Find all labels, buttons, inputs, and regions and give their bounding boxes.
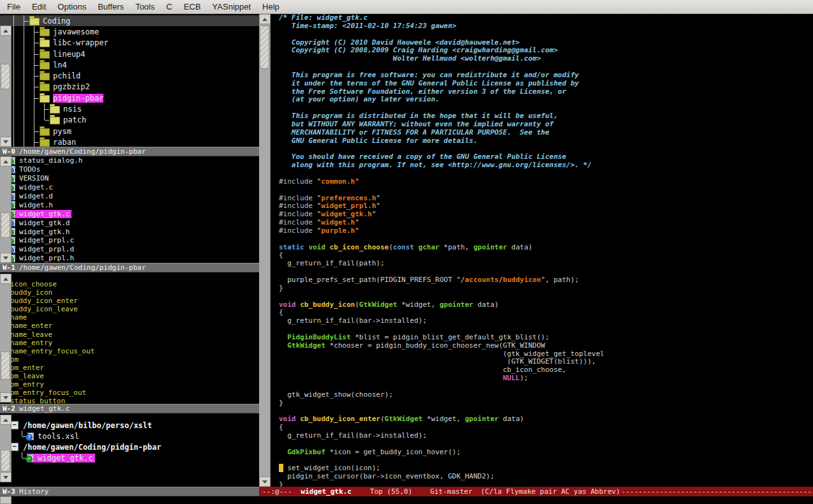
tree-row[interactable]: lineup4 [0, 48, 259, 59]
scrollbar-up-arrow-icon[interactable] [0, 415, 11, 425]
code-token [313, 218, 317, 226]
directories-scrollbar[interactable] [0, 26, 11, 147]
history-item[interactable]: −/home/gawen/Coding/pidgin-pbar [0, 441, 259, 452]
scrollbar-down-arrow-icon[interactable] [0, 137, 11, 147]
code-line: pidgin_set_cursor(bar->icon_eventbox, GD… [279, 473, 813, 481]
menu-item-tools[interactable]: Tools [130, 0, 160, 13]
tree-row[interactable]: pysm [0, 126, 259, 137]
menu-item-edit[interactable]: Edit [26, 0, 52, 13]
function-list: icon_choosebuddy_iconbuddy_icon_enterbud… [0, 272, 259, 404]
function-item[interactable]: buddy_icon_enter [0, 297, 259, 305]
function-item[interactable]: pm_entry_focus_out [0, 389, 259, 397]
menu-item-c[interactable]: C [160, 0, 177, 13]
tree-row[interactable]: pgzbzip2 [0, 82, 259, 93]
history-item[interactable]: widget_gtk.c [0, 452, 259, 463]
history-scrollbar[interactable] [0, 415, 11, 482]
code-line: along with this program. If not, see <ht… [279, 161, 813, 170]
file-item[interactable]: widget.h [0, 200, 259, 209]
tree-guide [19, 126, 29, 137]
file-item[interactable]: widget_prpl.h [0, 254, 259, 263]
scrollbar-up-arrow-icon[interactable] [0, 274, 11, 284]
scrollbar-thumb[interactable] [1, 64, 10, 89]
file-item[interactable]: status_dialog.h [0, 156, 259, 165]
code-line: } [279, 399, 813, 408]
tree-row[interactable]: pchild [0, 70, 259, 81]
menu-item-buffers[interactable]: Buffers [92, 0, 130, 13]
folder-icon [50, 117, 60, 124]
file-item[interactable]: TODOs [0, 165, 259, 174]
scrollbar-up-arrow-icon[interactable] [259, 14, 271, 24]
tree-row[interactable]: pidgin-pbar [0, 93, 259, 103]
file-item[interactable]: VERSION [0, 174, 259, 183]
scrollbar-down-arrow-icon[interactable] [0, 472, 11, 482]
history-buffer-name: widget_gtk.c [19, 404, 70, 413]
scrollbar-down-arrow-icon[interactable] [0, 253, 11, 263]
function-item[interactable]: pm_leave [0, 372, 259, 380]
menu-item-help[interactable]: Help [257, 0, 285, 13]
tree-row[interactable]: Coding [0, 15, 259, 26]
scrollbar-down-arrow-icon[interactable] [259, 477, 271, 487]
function-item[interactable]: status_button [0, 397, 259, 404]
window-id: W-1 [3, 263, 15, 272]
function-item[interactable]: name_leave [0, 330, 259, 339]
function-item[interactable]: name_entry_focus_out [0, 347, 259, 355]
function-item[interactable]: name [0, 313, 259, 322]
code-token: gtk_widget_show(chooser); [279, 390, 393, 399]
scrollbar-down-arrow-icon[interactable] [0, 392, 11, 403]
file-item[interactable]: widget.d [0, 192, 259, 201]
function-item[interactable]: pm [0, 355, 259, 364]
file-item[interactable]: widget_prpl.d [0, 245, 259, 254]
scrollbar-thumb[interactable] [1, 450, 10, 471]
modeline-buffer-name: widget_gtk.c [301, 487, 351, 496]
code-token: MERCHANTABILITY or FITNESS FOR A PARTICU… [279, 128, 549, 137]
menu-item-ecb[interactable]: ECB [178, 0, 207, 13]
code-token: , path); [545, 276, 579, 284]
function-item[interactable]: name_enter [0, 322, 259, 330]
methods-scrollbar[interactable] [0, 274, 11, 403]
code-line: static void cb_icon_choose(const gchar *… [279, 244, 813, 252]
code-token: purple.h [321, 226, 355, 235]
code-line: NULL); [279, 374, 813, 383]
code-token: } [279, 480, 283, 487]
tree-guide [19, 48, 29, 59]
code-area[interactable]: /* File: widget_gtk.c Time-stamp: <2011-… [271, 14, 813, 487]
function-item[interactable]: buddy_icon_leave [0, 305, 259, 313]
tree-row-label: lineup4 [53, 50, 86, 59]
editor-scrollbar[interactable] [259, 14, 271, 487]
file-label: widget.d [19, 192, 53, 200]
tree-row[interactable]: libc-wrapper [0, 38, 259, 48]
code-token: g_return_if_fail(bar->installed); [279, 431, 427, 440]
code-token: gpointer [465, 415, 498, 423]
file-item[interactable]: widget.c [0, 183, 259, 192]
code-token: You should have received a copy of the G… [279, 152, 566, 161]
file-item[interactable]: widget_gtk.c [0, 209, 259, 218]
file-item[interactable]: widget_gtk.h [0, 227, 259, 236]
history-list: −/home/gawen/bilbo/perso/xslttools.xsl−/… [0, 413, 259, 463]
scrollbar-up-arrow-icon[interactable] [0, 26, 11, 36]
function-item[interactable]: buddy_icon [0, 288, 259, 297]
sources-scrollbar[interactable] [0, 156, 11, 263]
tree-row[interactable]: raban [0, 137, 259, 147]
menu-item-file[interactable]: File [1, 0, 26, 13]
tree-row[interactable]: javawesome [0, 26, 259, 37]
scrollbar-thumb[interactable] [1, 352, 10, 380]
tree-row[interactable]: ln4 [0, 59, 259, 70]
scrollbar-up-arrow-icon[interactable] [0, 156, 11, 167]
menu-item-options[interactable]: Options [52, 0, 92, 13]
file-label: widget.h [19, 201, 53, 209]
minibuffer[interactable] [0, 496, 813, 504]
scrollbar-thumb[interactable] [1, 212, 10, 238]
function-item[interactable]: pm_entry [0, 380, 259, 389]
tree-row[interactable]: nsis [0, 103, 259, 114]
file-label: widget_gtk.c [19, 210, 70, 218]
function-item[interactable]: pm_enter [0, 364, 259, 372]
file-item[interactable]: widget_gtk.d [0, 218, 259, 227]
tree-row[interactable]: patch [0, 115, 259, 126]
history-item[interactable]: tools.xsl [0, 431, 259, 441]
scrollbar-thumb[interactable] [260, 26, 269, 69]
history-item[interactable]: −/home/gawen/bilbo/perso/xslt [0, 420, 259, 431]
function-item[interactable]: name_entry [0, 339, 259, 347]
file-item[interactable]: widget_prpl.c [0, 236, 259, 245]
menu-item-yasnippet[interactable]: YASnippet [207, 0, 257, 13]
function-item[interactable]: icon_choose [0, 280, 259, 288]
